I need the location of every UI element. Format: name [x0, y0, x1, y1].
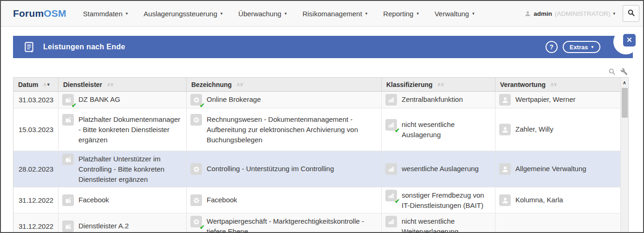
date-value: 28.02.2023 — [19, 165, 53, 173]
service-provider-icon — [62, 114, 74, 126]
cell-text: Zahler, Willy — [515, 124, 553, 134]
column-header-verantwortung[interactable]: Verantwortung∧∨ — [495, 78, 620, 91]
nav-item-verwaltung[interactable]: Verwaltung▾ — [435, 10, 475, 18]
cell-text: nicht wesentliche Weiterverlagerung — [402, 216, 491, 233]
chevron-down-icon: ▾ — [472, 12, 475, 16]
user-menu[interactable]: admin (ADMINISTRATOR) ▾ — [525, 10, 615, 17]
table-search-icon[interactable] — [608, 68, 616, 75]
column-label: Datum — [18, 81, 39, 88]
classification-chart-icon: ✔ — [385, 190, 397, 201]
nav-item-stammdaten[interactable]: Stammdaten▾ — [83, 10, 128, 18]
table-cell-dienstleister: Platzhalter Dokumentenmanager - Bitte ko… — [58, 108, 186, 151]
close-button[interactable] — [623, 34, 636, 47]
panel-header: Leistungen nach Ende ? Extras ▾ — [13, 36, 633, 58]
nav-item-label: Auslagerungssteuerung — [143, 10, 217, 18]
scrollbar-thumb[interactable] — [622, 88, 628, 118]
table-settings-wrench-icon[interactable] — [620, 68, 628, 75]
cell-text: sonstiger Fremdbezug von IT-Dienstleistu… — [402, 190, 491, 211]
column-header-klassifizierung[interactable]: Klassifizierung∧∨ — [381, 78, 495, 91]
global-search-button[interactable] — [623, 5, 639, 22]
chevron-down-icon: ▾ — [285, 12, 287, 16]
table-row[interactable]: 31.12.2022Dienstleister A.2✔Wertpapierge… — [13, 213, 620, 233]
service-gear-icon: ✔ — [190, 94, 202, 106]
cell-content: Dienstleister A.2 — [62, 220, 129, 232]
table-cell-verantwortung: Wertpapier, Werner — [495, 92, 620, 108]
table-cell-datum: 28.02.2023 — [13, 151, 58, 187]
cell-content: Facebook — [62, 194, 109, 206]
chevron-down-icon: ▾ — [365, 12, 368, 16]
service-provider-icon — [62, 220, 74, 232]
table-cell-verantwortung: Kolumna, Karla — [495, 187, 620, 213]
table-row[interactable]: 15.03.2023Platzhalter Dokumentenmanager … — [13, 108, 620, 151]
scrollbar-up-arrow[interactable]: ∧ — [621, 78, 629, 87]
table-body: 31.03.2023✔DZ BANK AG✔Online BrokerageZe… — [13, 92, 620, 233]
nav-item--berwachung[interactable]: Überwachung▾ — [238, 10, 286, 18]
nav-item-label: Verwaltung — [435, 10, 469, 18]
sort-indicator: ∧∨ — [437, 81, 444, 87]
nav-item-auslagerungssteuerung[interactable]: Auslagerungssteuerung▾ — [143, 10, 222, 18]
cell-text: Online Brokerage — [207, 94, 261, 105]
user-role: (ADMINISTRATOR) — [555, 10, 611, 17]
cell-content: ✔sonstiger Fremdbezug von IT-Dienstleist… — [385, 190, 491, 211]
table-cell-verantwortung: Allgemeine Verwaltung — [495, 151, 620, 187]
column-header-bezeichnung[interactable]: Bezeichnung∧∨ — [186, 78, 381, 91]
table-row[interactable]: 28.02.2023Platzhalter Unterstützer im Co… — [13, 151, 620, 187]
table-cell-datum: 31.03.2023 — [13, 92, 58, 108]
date-value: 31.12.2022 — [19, 222, 53, 230]
service-gear-icon — [190, 114, 202, 126]
cell-text: DZ BANK AG — [78, 94, 120, 105]
nav-item-reporting[interactable]: Reporting▾ — [383, 10, 419, 18]
user-name: admin — [533, 10, 552, 17]
help-button[interactable]: ? — [546, 41, 558, 53]
main-nav: Stammdaten▾Auslagerungssteuerung▾Überwac… — [83, 10, 475, 18]
cell-content: Rechnungswesen - Dokumentenmanagement - … — [190, 114, 377, 145]
table-row[interactable]: 31.03.2023✔DZ BANK AG✔Online BrokerageZe… — [13, 92, 620, 108]
app-window: ForumOSM Stammdaten▾Auslagerungssteuerun… — [0, 0, 644, 233]
cell-text: Platzhalter Unterstützer im Controlling … — [78, 153, 182, 185]
cell-content: wesentliche Auslagerung — [385, 163, 479, 175]
table-cell-bezeichnung: ✔Wertpapiergeschäft - Marktgerechtigkeit… — [186, 213, 381, 233]
nav-item-label: Überwachung — [238, 10, 281, 18]
cell-text: Controlling - Unterstützung im Controlli… — [207, 163, 334, 174]
app-logo[interactable]: ForumOSM — [13, 8, 66, 19]
check-icon: ✔ — [72, 102, 77, 108]
service-gear-icon — [190, 194, 202, 206]
service-provider-icon — [62, 153, 74, 165]
column-label: Bezeichnung — [191, 81, 232, 88]
cell-content: ✔Wertpapiergeschäft - Marktgerechtigkeit… — [190, 216, 377, 233]
check-icon: ✔ — [200, 224, 205, 231]
cell-text: Dienstleister A.2 — [78, 220, 129, 231]
cell-content: nicht wesentliche Weiterverlagerung — [385, 216, 491, 233]
service-gear-icon — [190, 163, 202, 175]
cell-content: Controlling - Unterstützung im Controlli… — [190, 163, 334, 175]
table-toolbar — [13, 67, 629, 76]
cell-text: Rechnungswesen - Dokumentenmanagement - … — [207, 114, 377, 145]
table-cell-dienstleister: ✔DZ BANK AG — [58, 92, 186, 108]
check-icon: ✔ — [395, 127, 400, 134]
check-icon: ✔ — [395, 198, 400, 205]
column-header-dienstleister[interactable]: Dienstleister∧∨ — [58, 78, 186, 91]
extras-button[interactable]: Extras ▾ — [563, 41, 600, 53]
responsible-person-icon — [499, 163, 511, 175]
table-cell-bezeichnung: Controlling - Unterstützung im Controlli… — [186, 151, 381, 187]
table-header-row: Datum∧▼Dienstleister∧∨Bezeichnung∧∨Klass… — [13, 78, 620, 92]
logo-text-primary: Forum — [13, 8, 44, 19]
cell-content: Zahler, Willy — [499, 124, 553, 135]
logo-text-secondary: OSM — [44, 8, 66, 19]
nav-item-risikomanagement[interactable]: Risikomanagement▾ — [302, 10, 367, 18]
cell-content: Wertpapier, Werner — [499, 94, 576, 106]
cell-content: Allgemeine Verwaltung — [499, 163, 586, 175]
cell-text: Facebook — [207, 194, 237, 205]
close-icon — [626, 36, 632, 45]
responsible-person-icon — [499, 94, 511, 106]
column-label: Dienstleister — [63, 81, 102, 88]
cell-content: ✔DZ BANK AG — [62, 94, 120, 106]
cell-text: wesentliche Auslagerung — [402, 163, 479, 174]
cell-text: Platzhalter Dokumentenmanager - Bitte ko… — [78, 114, 182, 145]
cell-text: Facebook — [78, 194, 109, 205]
table-row[interactable]: 31.12.2022FacebookFacebook✔sonstiger Fre… — [13, 187, 620, 213]
table-cell-datum: 31.12.2022 — [13, 213, 58, 233]
classification-chart-icon — [385, 216, 397, 227]
cell-content: Zentralbankfunktion — [385, 94, 463, 106]
column-header-datum[interactable]: Datum∧▼ — [13, 78, 58, 91]
